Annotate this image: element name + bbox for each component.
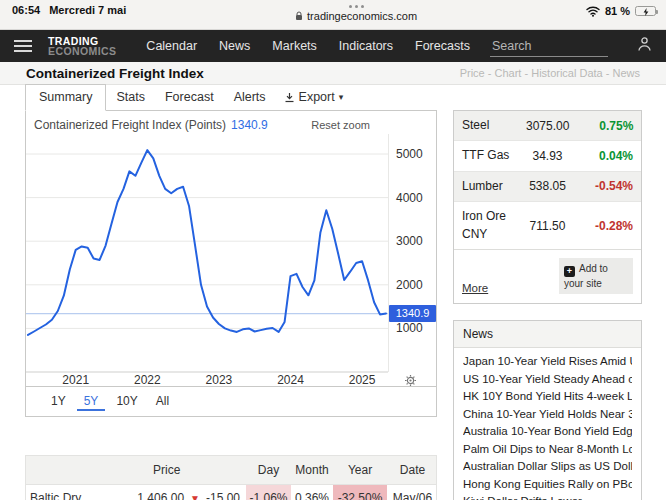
- tab-forecast[interactable]: Forecast: [155, 85, 224, 110]
- day-change: -1.06%: [246, 485, 291, 500]
- news-widget-title: News: [454, 321, 641, 348]
- page-title: Containerized Freight Index: [26, 66, 204, 81]
- chevron-down-icon: ▾: [339, 92, 344, 102]
- export-button[interactable]: Export ▾: [276, 85, 352, 110]
- tab-alerts[interactable]: Alerts: [224, 85, 276, 110]
- download-icon: [284, 92, 295, 103]
- nav-link-forecasts[interactable]: Forecasts: [415, 39, 470, 53]
- search-input[interactable]: [490, 37, 608, 56]
- nav-link-calendar[interactable]: Calendar: [146, 39, 197, 53]
- col-price: Price: [131, 456, 246, 484]
- nav-link-markets[interactable]: Markets: [272, 39, 316, 53]
- x-axis-labels: 20212022202320242025: [26, 372, 388, 386]
- y-axis-labels: 10002000300040005000: [388, 134, 436, 372]
- chart-settings-gear-icon[interactable]: [404, 373, 417, 391]
- news-link[interactable]: Australian Dollar Slips as US Dollar ...: [463, 458, 632, 475]
- price-down-triangle-icon: ▼: [190, 493, 200, 500]
- news-link[interactable]: Australia 10-Year Bond Yield Edges Do...: [463, 423, 632, 440]
- commodity-row-iron-ore[interactable]: Iron Ore CNY 711.50 -0.28%: [454, 202, 641, 250]
- lock-icon: [295, 11, 303, 21]
- chart-plot-area[interactable]: 10002000300040005000 1340.9 202120222023…: [26, 134, 436, 386]
- nav-link-news[interactable]: News: [219, 39, 250, 53]
- battery-percent: 81 %: [605, 5, 630, 17]
- tab-summary[interactable]: Summary: [25, 84, 106, 111]
- range-10y[interactable]: 10Y: [109, 392, 144, 411]
- news-link[interactable]: Palm Oil Dips to Near 8-Month Low: [463, 441, 632, 458]
- status-date: Mercredi 7 mai: [49, 4, 126, 16]
- news-widget: News Japan 10-Year Yield Rises Amid US-C…: [453, 320, 642, 500]
- chart-current-value: 1340.9: [231, 118, 268, 132]
- col-year: Year: [333, 456, 387, 484]
- line-chart[interactable]: [26, 134, 388, 374]
- wifi-icon: [586, 6, 600, 17]
- status-time: 06:54: [12, 4, 40, 16]
- user-account-icon[interactable]: [637, 36, 652, 56]
- reset-zoom-button[interactable]: Reset zoom: [311, 119, 370, 131]
- commodity-row-lumber[interactable]: Lumber 538.05 -0.54%: [454, 172, 641, 202]
- address-bar[interactable]: tradingeconomics.com: [295, 10, 417, 22]
- related-price-table: Price Day Month Year Date Baltic Dry 1,4…: [25, 455, 437, 500]
- address-url: tradingeconomics.com: [307, 10, 417, 22]
- range-5y[interactable]: 5Y: [77, 392, 106, 411]
- battery-icon: [635, 6, 656, 16]
- tab-stats[interactable]: Stats: [106, 85, 155, 110]
- col-month: Month: [291, 456, 333, 484]
- row-date: May/06: [387, 485, 438, 500]
- screen: 06:54 Mercredi 7 mai tradingeconomics.co…: [0, 0, 666, 500]
- commodities-widget: Steel 3075.00 0.75% TTF Gas 34.93 0.04% …: [453, 110, 642, 304]
- chart-card: Containerized Freight Index (Points) 134…: [25, 111, 437, 417]
- news-link[interactable]: China 10-Year Yield Holds Near 3-Mont...: [463, 406, 632, 423]
- nav-link-indicators[interactable]: Indicators: [339, 39, 393, 53]
- news-link[interactable]: HK 10Y Bond Yield Hits 4-week Low: [463, 388, 632, 405]
- commodities-more-link[interactable]: More: [462, 282, 488, 294]
- price-change: -15.00: [206, 491, 240, 500]
- main-nav: TRADING ECONOMICS Calendar News Markets …: [0, 30, 666, 62]
- chart-title: Containerized Freight Index (Points): [34, 118, 226, 132]
- add-to-site-button[interactable]: +Add to your site: [559, 258, 633, 295]
- news-link[interactable]: US 10-Year Yield Steady Ahead of Fed ...: [463, 371, 632, 388]
- status-bar: 06:54 Mercredi 7 mai tradingeconomics.co…: [0, 0, 666, 30]
- page-title-bar: Containerized Freight Index Price - Char…: [0, 62, 666, 85]
- commodity-row-steel[interactable]: Steel 3075.00 0.75%: [454, 111, 641, 141]
- news-link[interactable]: Japan 10-Year Yield Rises Amid US-Chi...: [463, 353, 632, 370]
- breadcrumb[interactable]: Price - Chart - Historical Data - News: [460, 67, 640, 79]
- row-label[interactable]: Baltic Dry: [26, 485, 131, 500]
- site-logo[interactable]: TRADING ECONOMICS: [48, 36, 116, 56]
- price-table-header: Price Day Month Year Date: [26, 456, 436, 485]
- news-link[interactable]: Hong Kong Equities Rally on PBoC Easi...: [463, 476, 632, 493]
- summary-tabs: Summary Stats Forecast Alerts Export ▾: [25, 85, 437, 111]
- status-time-date: 06:54 Mercredi 7 mai: [12, 3, 126, 16]
- range-all[interactable]: All: [149, 392, 176, 411]
- hamburger-menu-icon[interactable]: [14, 40, 32, 52]
- current-value-badge: 1340.9: [389, 305, 436, 322]
- month-change: 0.36%: [291, 485, 333, 500]
- plus-icon: +: [564, 266, 575, 277]
- col-day: Day: [246, 456, 291, 484]
- range-1y[interactable]: 1Y: [44, 392, 73, 411]
- col-date: Date: [387, 456, 438, 484]
- tab-overview-dots-icon[interactable]: [349, 3, 364, 8]
- table-row-baltic-dry[interactable]: Baltic Dry 1,406.00 ▼ -15.00 -1.06% 0.36…: [26, 485, 436, 500]
- range-selector: 1Y 5Y 10Y All: [26, 386, 436, 416]
- commodity-row-ttf-gas[interactable]: TTF Gas 34.93 0.04%: [454, 141, 641, 171]
- year-change: -32.50%: [333, 485, 387, 500]
- news-link[interactable]: Kiwi Dollar Drifts Lower: [463, 493, 632, 500]
- price-value: 1,406.00: [137, 491, 184, 500]
